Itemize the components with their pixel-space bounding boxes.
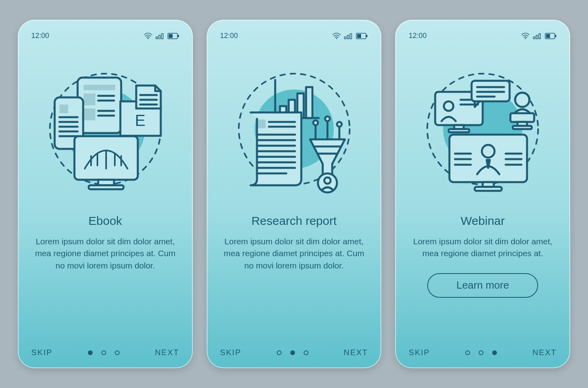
wifi-icon <box>144 33 152 39</box>
onboarding-screen-2: 12:00 <box>207 20 382 368</box>
battery-icon <box>356 33 368 39</box>
status-icons <box>332 33 368 39</box>
next-button[interactable]: NEXT <box>533 348 557 357</box>
svg-point-62 <box>337 122 342 127</box>
svg-rect-33 <box>347 35 349 39</box>
status-bar: 12:00 <box>31 32 179 40</box>
next-button[interactable]: NEXT <box>344 348 368 357</box>
svg-rect-70 <box>546 34 550 38</box>
svg-rect-87 <box>513 126 532 129</box>
illustration-ebook: E <box>31 56 179 202</box>
signal-icon <box>344 33 353 39</box>
dot-2[interactable] <box>290 350 295 355</box>
svg-point-65 <box>525 38 526 39</box>
status-bar: 12:00 <box>220 32 368 40</box>
svg-rect-44 <box>257 120 266 128</box>
onboarding-screen-3: 12:00 <box>395 20 570 368</box>
svg-rect-10 <box>84 85 115 90</box>
page-indicator <box>277 350 308 355</box>
dot-1[interactable] <box>277 350 282 355</box>
battery-icon <box>545 33 557 39</box>
svg-rect-85 <box>510 113 534 122</box>
screen-title: Research report <box>220 214 368 228</box>
signal-icon <box>156 33 164 39</box>
status-icons <box>521 33 557 39</box>
svg-point-0 <box>147 38 148 39</box>
dot-1[interactable] <box>88 350 93 355</box>
screen-description: Lorem ipsum dolor sit dim dolor amet, me… <box>409 236 557 260</box>
svg-rect-32 <box>344 37 346 39</box>
svg-rect-71 <box>555 35 556 37</box>
illustration-research <box>220 56 368 202</box>
svg-rect-43 <box>306 87 312 118</box>
svg-rect-68 <box>539 34 540 39</box>
bottom-nav: SKIP NEXT <box>409 348 557 357</box>
dot-2[interactable] <box>479 350 483 355</box>
next-button[interactable]: NEXT <box>155 348 179 357</box>
svg-rect-18 <box>59 105 68 113</box>
svg-point-58 <box>313 120 318 125</box>
dot-3[interactable] <box>304 350 308 355</box>
skip-button[interactable]: SKIP <box>409 348 430 357</box>
svg-rect-67 <box>536 35 538 39</box>
svg-rect-11 <box>84 93 95 105</box>
svg-rect-90 <box>475 187 502 191</box>
status-bar: 12:00 <box>409 32 557 40</box>
skip-button[interactable]: SKIP <box>31 348 53 357</box>
status-icons <box>144 33 179 39</box>
svg-rect-34 <box>350 34 352 39</box>
svg-rect-66 <box>533 37 535 39</box>
wifi-icon <box>521 33 530 39</box>
bottom-nav: SKIP NEXT <box>220 348 368 357</box>
svg-rect-36 <box>357 34 361 38</box>
learn-more-button[interactable]: Learn more <box>427 273 538 298</box>
screen-title: Ebook <box>31 214 179 228</box>
svg-rect-5 <box>169 34 173 38</box>
illustration-webinar <box>409 56 557 202</box>
status-time: 12:00 <box>31 32 49 40</box>
svg-rect-1 <box>156 37 158 39</box>
svg-rect-30 <box>89 185 124 189</box>
svg-rect-76 <box>449 129 469 132</box>
screen-title: Webinar <box>409 214 557 228</box>
dot-1[interactable] <box>465 350 470 355</box>
status-time: 12:00 <box>409 32 426 40</box>
svg-point-31 <box>336 38 337 39</box>
skip-button[interactable]: SKIP <box>220 348 242 357</box>
dot-2[interactable] <box>101 350 106 355</box>
svg-point-60 <box>325 116 330 121</box>
battery-icon <box>167 33 179 39</box>
screen-description: Lorem ipsum dolor sit dim dolor amet, me… <box>220 236 368 272</box>
wifi-icon <box>332 33 341 39</box>
bottom-nav: SKIP NEXT <box>31 348 179 357</box>
signal-icon <box>533 33 542 39</box>
onboarding-screen-1: 12:00 <box>18 20 193 368</box>
svg-rect-37 <box>366 35 367 37</box>
svg-rect-3 <box>162 34 163 39</box>
svg-text:E: E <box>135 112 145 129</box>
dot-3[interactable] <box>492 350 497 355</box>
svg-rect-2 <box>159 35 160 39</box>
svg-rect-12 <box>84 108 95 120</box>
screen-description: Lorem ipsum dolor sit dim dolor amet, me… <box>31 236 179 272</box>
page-indicator <box>88 350 120 355</box>
svg-rect-6 <box>178 35 179 37</box>
dot-3[interactable] <box>115 350 120 355</box>
page-indicator <box>465 350 497 355</box>
status-time: 12:00 <box>220 32 238 40</box>
